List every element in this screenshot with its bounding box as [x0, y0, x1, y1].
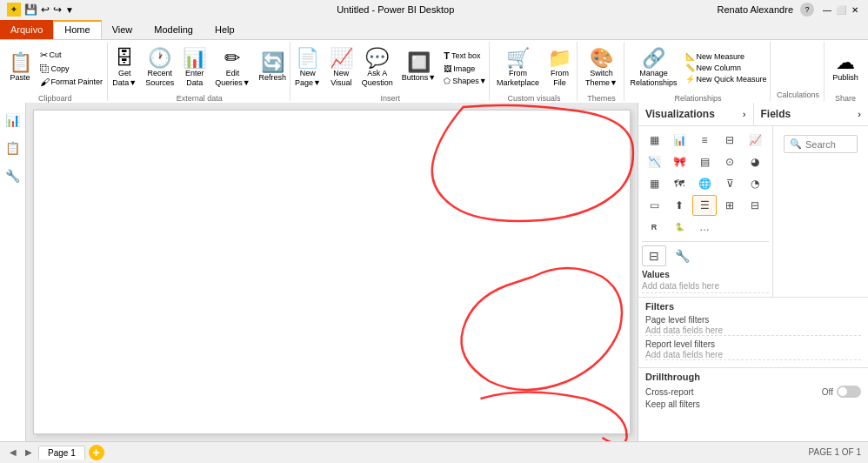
paste-button[interactable]: 📋 Paste: [5, 44, 36, 92]
close-button[interactable]: ✕: [849, 3, 861, 16]
page-level-add-field[interactable]: Add data fields here: [645, 325, 861, 336]
quick-access-undo[interactable]: ↩: [41, 3, 50, 16]
viz-icon-table[interactable]: ⊞: [718, 195, 742, 216]
values-add-field[interactable]: Add data fields here: [642, 281, 769, 293]
viz-icon-python[interactable]: 🐍: [667, 217, 691, 238]
viz-icon-100-bar[interactable]: ⊟: [718, 130, 742, 151]
viz-icon-scatter[interactable]: ⊙: [718, 151, 742, 172]
tab-modeling[interactable]: Modeling: [144, 19, 204, 39]
viz-icon-r-visual[interactable]: R: [642, 217, 666, 238]
format-painter-icon: 🖌: [40, 77, 50, 87]
quick-access-save[interactable]: 💾: [24, 3, 37, 16]
tab-help[interactable]: Help: [204, 19, 246, 39]
drillthrough-section: Drillthrough Cross-report Off Keep all f…: [638, 368, 868, 413]
edit-queries-button[interactable]: ✏ EditQueries▼: [211, 44, 253, 92]
new-visual-button[interactable]: 📈 NewVisual: [326, 44, 357, 92]
viz-icon-stacked-bar2[interactable]: ≡: [692, 130, 717, 151]
text-box-button[interactable]: T Text box: [441, 50, 489, 62]
viz-icon-treemap[interactable]: ▦: [642, 173, 666, 194]
scroll-right-button[interactable]: ▶: [23, 447, 35, 457]
viz-fields-icon[interactable]: ⊟: [642, 245, 666, 266]
buttons-icon: 🔲: [407, 53, 431, 72]
visualizations-expand-icon[interactable]: ›: [743, 109, 746, 119]
ribbon-group-relationships: 🔗 ManageRelationships 📐 New Measure 📏 Ne…: [626, 42, 771, 101]
viz-icon-stacked-bar[interactable]: ▦: [642, 130, 666, 151]
viz-icon-gauge[interactable]: ◔: [743, 173, 767, 194]
external-data-group-label: External data: [177, 94, 223, 103]
new-page-button[interactable]: 📄 NewPage▼: [291, 44, 324, 92]
new-visual-icon: 📈: [330, 49, 353, 68]
fields-expand-icon[interactable]: ›: [858, 109, 861, 119]
viz-icon-more[interactable]: …: [692, 217, 717, 238]
add-page-button[interactable]: +: [89, 445, 104, 460]
buttons-button[interactable]: 🔲 Buttons▼: [398, 44, 439, 92]
viz-icon-waterfall[interactable]: ▤: [692, 151, 717, 172]
toggle-track[interactable]: [837, 386, 861, 398]
visualizations-panel-title: Visualizations: [645, 108, 715, 120]
maximize-button[interactable]: ⬜: [835, 3, 847, 16]
scroll-left-button[interactable]: ◀: [7, 447, 19, 457]
viz-icon-funnel[interactable]: ⊽: [718, 173, 742, 194]
viz-icon-pie[interactable]: ◕: [743, 151, 767, 172]
edit-queries-icon: ✏: [224, 49, 240, 68]
enter-data-button[interactable]: 📊 EnterData: [179, 44, 210, 92]
cut-button[interactable]: ✂ Cut: [37, 49, 106, 62]
window-controls[interactable]: — ⬜ ✕: [821, 3, 861, 16]
tab-home[interactable]: Home: [53, 20, 101, 39]
cross-report-toggle[interactable]: Off: [822, 386, 861, 398]
ask-question-icon: 💬: [365, 49, 389, 68]
shapes-button[interactable]: ⬠ Shapes▼: [441, 76, 489, 86]
new-quick-measure-button[interactable]: ⚡ New Quick Measure: [683, 74, 770, 84]
help-icon[interactable]: ?: [800, 3, 814, 17]
enter-data-icon: 📊: [183, 49, 206, 68]
viz-icon-matrix[interactable]: ⊟: [743, 195, 767, 216]
keep-all-filters-label: Keep all filters: [645, 399, 861, 409]
switch-theme-button[interactable]: 🎨 SwitchTheme▼: [582, 44, 621, 92]
format-painter-button[interactable]: 🖌 Format Painter: [37, 76, 106, 88]
refresh-icon: 🔄: [261, 53, 284, 72]
fields-search-box[interactable]: 🔍: [784, 135, 858, 153]
image-button[interactable]: 🖼 Image: [441, 64, 489, 74]
sidebar-icon-model[interactable]: 🔧: [3, 165, 23, 186]
report-canvas[interactable]: [33, 110, 631, 434]
viz-icon-ribbon[interactable]: 🎀: [667, 151, 691, 172]
fields-search-input[interactable]: [805, 139, 851, 150]
from-file-button[interactable]: 📁 FromFile: [544, 44, 575, 92]
viz-icon-map[interactable]: 🗺: [667, 173, 691, 194]
new-column-button[interactable]: 📏 New Column: [683, 63, 770, 73]
viz-icon-slicer[interactable]: ☰: [692, 195, 717, 216]
sidebar-icon-report[interactable]: 📊: [3, 110, 23, 131]
viz-icon-kpi[interactable]: ⬆: [667, 195, 691, 216]
viz-icon-area[interactable]: 📉: [642, 151, 666, 172]
minimize-button[interactable]: —: [821, 3, 833, 16]
quick-access-menu[interactable]: ▼: [65, 5, 74, 15]
from-marketplace-button[interactable]: 🛒 FromMarketplace: [493, 44, 543, 92]
recent-sources-button[interactable]: 🕐 RecentSources: [142, 44, 177, 92]
publish-button[interactable]: ☁ Publish: [829, 44, 862, 92]
manage-relationships-button[interactable]: 🔗 ManageRelationships: [626, 44, 680, 92]
page-1-tab[interactable]: Page 1: [38, 446, 85, 460]
page-indicator: PAGE 1 OF 1: [809, 447, 861, 457]
get-data-button[interactable]: 🗄 GetData▼: [109, 44, 140, 92]
tab-view[interactable]: View: [102, 19, 144, 39]
refresh-button[interactable]: 🔄 Refresh: [256, 44, 290, 92]
values-section: Values Add data fields here: [642, 270, 769, 293]
copy-button[interactable]: ⿻ Copy: [37, 63, 106, 75]
ask-question-button[interactable]: 💬 Ask AQuestion: [358, 44, 397, 92]
viz-icon-line[interactable]: 📈: [743, 130, 767, 151]
new-measure-button[interactable]: 📐 New Measure: [683, 51, 770, 62]
filters-section: Filters Page level filters Add data fiel…: [638, 298, 868, 368]
viz-icon-clustered-bar[interactable]: 📊: [667, 130, 691, 151]
recent-sources-icon: 🕐: [148, 49, 171, 68]
main-area: 📊 📋 🔧 Visualizations › Fields ›: [0, 103, 868, 441]
tab-arquivo[interactable]: Arquivo: [0, 20, 53, 39]
report-level-add-field[interactable]: Add data fields here: [645, 350, 861, 360]
manage-relationships-icon: 🔗: [642, 49, 665, 68]
viz-format-icon[interactable]: 🔧: [670, 245, 694, 266]
quick-access-redo[interactable]: ↪: [53, 3, 62, 16]
ribbon-group-themes: 🎨 SwitchTheme▼ Themes: [579, 42, 624, 101]
viz-icon-filled-map[interactable]: 🌐: [692, 173, 717, 194]
ribbon-tabs: Arquivo Home View Modeling Help: [0, 19, 868, 40]
sidebar-icon-data[interactable]: 📋: [3, 138, 23, 158]
viz-icon-card[interactable]: ▭: [642, 195, 666, 216]
